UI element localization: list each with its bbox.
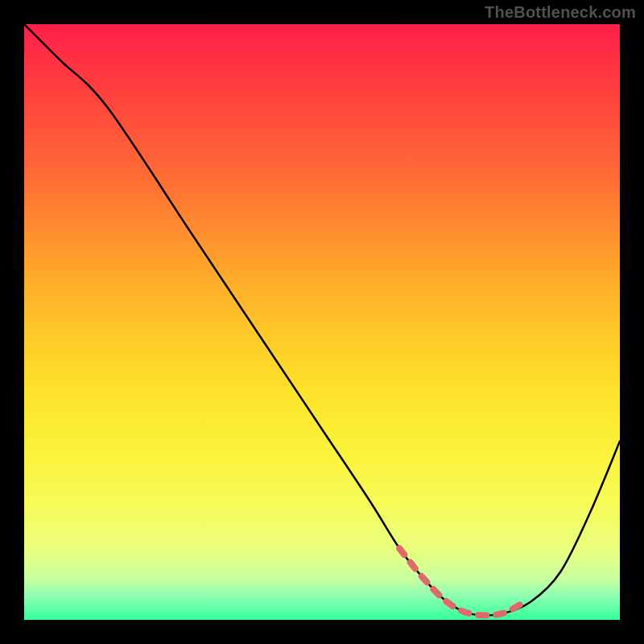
watermark-text: TheBottleneck.com xyxy=(485,3,636,22)
optimal-range-highlight xyxy=(399,548,524,615)
plot-svg xyxy=(24,24,620,620)
plot-area xyxy=(24,24,620,620)
bottleneck-curve xyxy=(24,24,620,615)
chart-root: TheBottleneck.com xyxy=(0,0,644,644)
